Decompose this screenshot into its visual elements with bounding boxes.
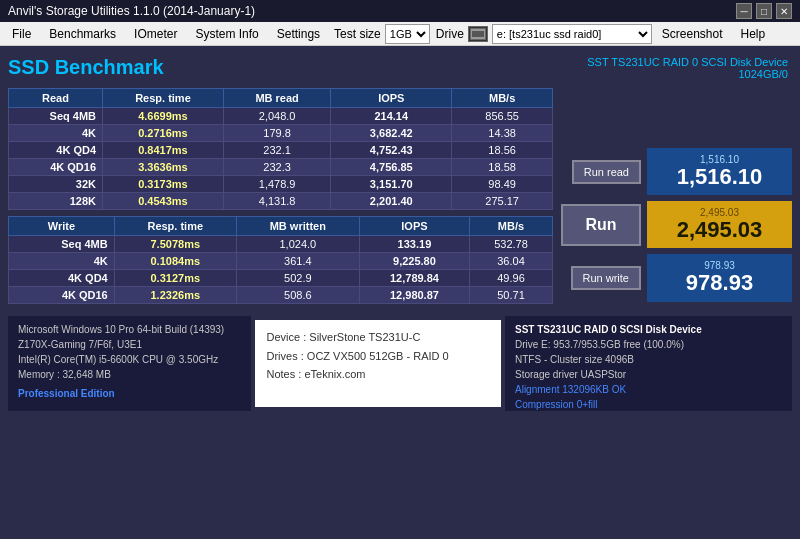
read-row-label: 4K QD16 xyxy=(9,159,103,176)
write-table: Write Resp. time MB written IOPS MB/s Se… xyxy=(8,216,553,304)
write-table-row: 4K QD4 0.3127ms 502.9 12,789.84 49.96 xyxy=(9,270,553,287)
write-score-box: 978.93 978.93 xyxy=(647,254,792,301)
sys-line4: Memory : 32,648 MB xyxy=(18,367,241,382)
title-bar: Anvil's Storage Utilities 1.1.0 (2014-Ja… xyxy=(0,0,800,22)
read-row-label: 128K xyxy=(9,193,103,210)
read-table-row: 32K 0.3173ms 1,478.9 3,151.70 98.49 xyxy=(9,176,553,193)
device-line1: SST TS231UC RAID 0 SCSI Disk Device xyxy=(587,56,788,68)
run-read-button[interactable]: Run read xyxy=(572,160,641,184)
read-score-value: 1,516.10 xyxy=(659,165,780,189)
read-mbs: 14.38 xyxy=(452,125,553,142)
write-mb: 1,024.0 xyxy=(236,236,359,253)
read-iops: 214.14 xyxy=(331,108,452,125)
write-row-label: 4K QD16 xyxy=(9,287,115,304)
write-row-label: 4K xyxy=(9,253,115,270)
drive-select[interactable]: e: [ts231uc ssd raid0] xyxy=(492,24,652,44)
close-button[interactable]: ✕ xyxy=(776,3,792,19)
device-details-line1: Drive E: 953.7/953.5GB free (100.0%) xyxy=(515,337,782,352)
device-details-title: SST TS231UC RAID 0 SCSI Disk Device xyxy=(515,322,782,337)
total-score-value: 2,495.03 xyxy=(659,218,780,242)
menu-system-info[interactable]: System Info xyxy=(187,23,266,45)
mbs-header-w: MB/s xyxy=(470,217,553,236)
maximize-button[interactable]: □ xyxy=(756,3,772,19)
write-header: Write xyxy=(9,217,115,236)
benchmark-tables: Read Resp. time MB read IOPS MB/s Seq 4M… xyxy=(8,88,553,310)
mb-written-header: MB written xyxy=(236,217,359,236)
device-info: SST TS231UC RAID 0 SCSI Disk Device 1024… xyxy=(587,56,788,80)
read-row-label: Seq 4MB xyxy=(9,108,103,125)
read-iops: 4,752.43 xyxy=(331,142,452,159)
read-resp-time: 0.3173ms xyxy=(103,176,224,193)
drive-group: Drive e: [ts231uc ssd raid0] xyxy=(436,24,652,44)
write-iops: 12,980.87 xyxy=(359,287,469,304)
write-mbs: 50.71 xyxy=(470,287,553,304)
read-table: Read Resp. time MB read IOPS MB/s Seq 4M… xyxy=(8,88,553,210)
menu-bar: File Benchmarks IOmeter System Info Sett… xyxy=(0,22,800,46)
read-mb: 2,048.0 xyxy=(223,108,330,125)
drive-icon xyxy=(468,26,488,42)
read-mb: 232.3 xyxy=(223,159,330,176)
write-mbs: 49.96 xyxy=(470,270,553,287)
test-size-select[interactable]: 1GB2GB4GB8GB xyxy=(385,24,430,44)
benchmark-area: Read Resp. time MB read IOPS MB/s Seq 4M… xyxy=(8,88,792,310)
read-score-box: 1,516.10 1,516.10 xyxy=(647,148,792,195)
run-write-button[interactable]: Run write xyxy=(571,266,641,290)
read-mbs: 98.49 xyxy=(452,176,553,193)
write-table-row: 4K 0.1084ms 361.4 9,225.80 36.04 xyxy=(9,253,553,270)
write-iops: 133.19 xyxy=(359,236,469,253)
menu-help[interactable]: Help xyxy=(733,23,774,45)
write-resp-time: 1.2326ms xyxy=(114,287,236,304)
mbs-header: MB/s xyxy=(452,89,553,108)
menu-iometer[interactable]: IOmeter xyxy=(126,23,185,45)
device-note-drives: Drives : OCZ VX500 512GB - RAID 0 xyxy=(267,347,490,366)
read-mbs: 275.17 xyxy=(452,193,553,210)
sys-line3: Intel(R) Core(TM) i5-6600K CPU @ 3.50GHz xyxy=(18,352,241,367)
read-table-row: 4K QD4 0.8417ms 232.1 4,752.43 18.56 xyxy=(9,142,553,159)
read-row-label: 4K xyxy=(9,125,103,142)
right-panel: Run read 1,516.10 1,516.10 Run 2,495.03 … xyxy=(561,88,792,310)
write-resp-time: 0.3127ms xyxy=(114,270,236,287)
read-iops: 4,756.85 xyxy=(331,159,452,176)
minimize-button[interactable]: ─ xyxy=(736,3,752,19)
sys-line1: Microsoft Windows 10 Pro 64-bit Build (1… xyxy=(18,322,241,337)
read-mb: 4,131.8 xyxy=(223,193,330,210)
device-note-notes: Notes : eTeknix.com xyxy=(267,365,490,384)
sys-line2: Z170X-Gaming 7/F6f, U3E1 xyxy=(18,337,241,352)
read-table-row: 128K 0.4543ms 4,131.8 2,201.40 275.17 xyxy=(9,193,553,210)
read-iops: 2,201.40 xyxy=(331,193,452,210)
write-resp-time: 0.1084ms xyxy=(114,253,236,270)
menu-screenshot[interactable]: Screenshot xyxy=(654,23,731,45)
device-details: SST TS231UC RAID 0 SCSI Disk Device Driv… xyxy=(505,316,792,411)
run-button[interactable]: Run xyxy=(561,204,641,246)
read-resp-time: 4.6699ms xyxy=(103,108,224,125)
read-resp-time: 0.8417ms xyxy=(103,142,224,159)
menu-file[interactable]: File xyxy=(4,23,39,45)
ssd-title: SSD Benchmark xyxy=(8,56,164,79)
write-mb: 361.4 xyxy=(236,253,359,270)
device-note-device: Device : SilverStone TS231U-C xyxy=(267,328,490,347)
menu-benchmarks[interactable]: Benchmarks xyxy=(41,23,124,45)
write-mbs: 36.04 xyxy=(470,253,553,270)
read-table-row: 4K 0.2716ms 179.8 3,682.42 14.38 xyxy=(9,125,553,142)
drive-label: Drive xyxy=(436,27,464,41)
write-iops: 12,789.84 xyxy=(359,270,469,287)
iops-header: IOPS xyxy=(331,89,452,108)
mb-read-header: MB read xyxy=(223,89,330,108)
menu-settings[interactable]: Settings xyxy=(269,23,328,45)
title-bar-controls: ─ □ ✕ xyxy=(736,3,792,19)
write-resp-time: 7.5078ms xyxy=(114,236,236,253)
iops-header-w: IOPS xyxy=(359,217,469,236)
read-mbs: 856.55 xyxy=(452,108,553,125)
device-details-line3: Storage driver UASPStor xyxy=(515,367,782,382)
resp-time-header-w: Resp. time xyxy=(114,217,236,236)
ssd-title-bar: SSD Benchmark SST TS231UC RAID 0 SCSI Di… xyxy=(8,52,792,84)
read-table-row: Seq 4MB 4.6699ms 2,048.0 214.14 856.55 xyxy=(9,108,553,125)
write-table-row: Seq 4MB 7.5078ms 1,024.0 133.19 532.78 xyxy=(9,236,553,253)
test-size-group: Test size 1GB2GB4GB8GB xyxy=(334,24,430,44)
device-details-line5: Compression 0+fill xyxy=(515,397,782,412)
read-mbs: 18.56 xyxy=(452,142,553,159)
read-resp-time: 0.2716ms xyxy=(103,125,224,142)
read-resp-time: 3.3636ms xyxy=(103,159,224,176)
write-mbs: 532.78 xyxy=(470,236,553,253)
read-iops: 3,151.70 xyxy=(331,176,452,193)
